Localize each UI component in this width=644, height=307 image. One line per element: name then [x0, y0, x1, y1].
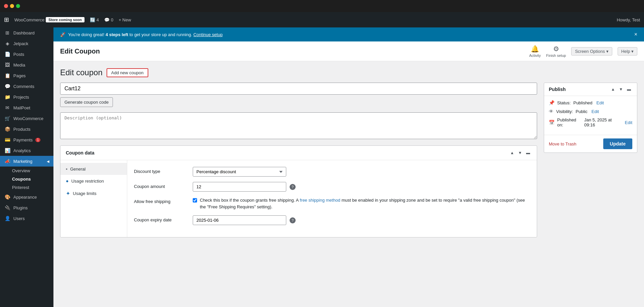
sidebar-sub-item-overview[interactable]: Overview [12, 167, 53, 175]
sidebar-item-woocommerce[interactable]: 🛒 WooCommerce [0, 113, 53, 124]
visibility-edit-link[interactable]: Edit [592, 109, 599, 114]
move-to-trash-link[interactable]: Move to Trash [549, 141, 576, 146]
metabox-body: ▪ General ● Usage restriction ✦ Usage li… [60, 160, 537, 237]
published-date: Jan 5, 2025 at 09:16 [584, 117, 621, 127]
sidebar-sub-item-pinterest[interactable]: Pinterest [12, 183, 53, 192]
activity-button[interactable]: 🔔 Activity [529, 45, 541, 58]
screen-options-button[interactable]: Screen Options ▾ [571, 47, 612, 56]
published-label: Published on: [557, 117, 582, 127]
mailpoet-icon: ✉ [4, 105, 11, 110]
sidebar-item-media[interactable]: 🖼 Media [0, 60, 53, 70]
sidebar-item-analytics[interactable]: 📊 Analytics [0, 145, 53, 156]
sidebar-item-label: Users [13, 216, 25, 221]
sidebar-item-products[interactable]: 📦 Products [0, 124, 53, 134]
header-actions: 🔔 Activity ⚙ Finish setup Screen Options… [529, 45, 637, 58]
coupon-amount-help-icon[interactable]: ? [290, 184, 296, 190]
sidebar-item-mailpoet[interactable]: ✉ MailPoet [0, 102, 53, 113]
banner-close-button[interactable]: × [634, 31, 637, 37]
sidebar-item-label: Jetpack [13, 41, 28, 46]
comments-icon: 💬 [4, 84, 11, 89]
calendar-icon: 📅 [549, 120, 554, 125]
admin-bar-user: Howdy, Test [617, 17, 640, 22]
coupon-amount-label: Coupon amount [134, 182, 187, 189]
admin-bar-updates[interactable]: 🔄 4 [90, 17, 99, 22]
page-header: Edit Coupon 🔔 Activity ⚙ Finish setup Sc… [53, 41, 644, 61]
wp-logo-icon[interactable]: ⊞ [4, 16, 9, 23]
sidebar-item-label: WooCommerce [13, 116, 43, 121]
visibility-icon: 👁 [549, 109, 553, 114]
finish-setup-icon: ⚙ [553, 45, 559, 53]
discount-type-label: Discount type [134, 167, 187, 174]
discount-type-field: Percentage discount Fixed cart discount … [193, 167, 530, 177]
expiry-date-help-icon[interactable]: ? [290, 217, 296, 223]
window-controls [4, 4, 20, 8]
products-icon: 📦 [4, 126, 11, 132]
admin-bar-site-name[interactable]: WooCommerce Store coming soon [14, 17, 85, 22]
sidebar-item-plugins[interactable]: 🔌 Plugins [0, 202, 53, 213]
sidebar-item-payments[interactable]: 💳 Payments 1 [0, 134, 53, 145]
publish-collapse-down-button[interactable]: ▼ [618, 86, 624, 92]
coupon-code-input[interactable] [60, 83, 537, 95]
sidebar-item-posts[interactable]: 📄 Posts [0, 49, 53, 60]
publish-status-row: 📌 Status: Published Edit [549, 100, 632, 105]
sidebar-item-label: Marketing [13, 159, 32, 164]
free-shipping-checkbox[interactable] [193, 198, 197, 203]
expiry-date-input[interactable] [193, 215, 286, 225]
banner-text: You're doing great! 4 steps left to get … [68, 32, 222, 37]
expiry-date-label: Coupon expiry date [134, 215, 187, 222]
help-button[interactable]: Help ▾ [618, 47, 637, 56]
coupon-description-textarea[interactable] [60, 112, 537, 139]
sidebar-item-users[interactable]: 👤 Users [0, 213, 53, 224]
coupon-tab-general[interactable]: ▪ General [60, 163, 127, 175]
banner-emoji: 🚀 [60, 32, 65, 37]
metabox-toggle-button[interactable]: ▬ [525, 150, 531, 156]
status-label: Status: [557, 100, 571, 105]
coupon-tab-usage-limits[interactable]: ✦ Usage limits [60, 187, 127, 200]
help-label: Help [621, 49, 630, 54]
sidebar-item-comments[interactable]: 💬 Comments [0, 81, 53, 92]
metabox-collapse-up-button[interactable]: ▲ [509, 150, 515, 156]
sidebar-item-projects[interactable]: 📁 Projects [0, 92, 53, 102]
add-new-coupon-button[interactable]: Add new coupon [107, 68, 148, 77]
coupon-data-tabs: ▪ General ● Usage restriction ✦ Usage li… [60, 160, 127, 237]
status-edit-link[interactable]: Edit [597, 100, 604, 105]
finish-setup-button[interactable]: ⚙ Finish setup [546, 45, 566, 58]
titlebar [0, 0, 644, 12]
metabox-collapse-down-button[interactable]: ▼ [517, 150, 523, 156]
coupon-amount-input[interactable] [193, 182, 286, 192]
sidebar-item-dashboard[interactable]: ⊞ Dashboard [0, 27, 53, 38]
plugins-icon: 🔌 [4, 205, 11, 210]
site-name-label: WooCommerce [14, 17, 44, 22]
coupon-form: Generate coupon code Coupon data ▲ ▼ ▬ [60, 83, 637, 237]
free-shipping-method-link[interactable]: free shipping method [300, 198, 340, 203]
update-button[interactable]: Update [603, 138, 632, 149]
expiry-date-field: ? [193, 215, 530, 225]
sidebar-item-jetpack[interactable]: ◈ Jetpack [0, 38, 53, 49]
general-tab-content: Discount type Percentage discount Fixed … [127, 160, 537, 237]
sidebar-item-label: Products [13, 127, 30, 132]
discount-type-select[interactable]: Percentage discount Fixed cart discount … [193, 167, 286, 177]
close-window-dot[interactable] [4, 4, 8, 8]
main-content: 🚀 You're doing great! 4 steps left to ge… [53, 27, 644, 307]
coupon-tab-usage-restriction[interactable]: ● Usage restriction [60, 175, 127, 187]
pages-icon: 📋 [4, 73, 11, 78]
published-edit-link[interactable]: Edit [625, 120, 632, 125]
minimize-window-dot[interactable] [10, 4, 14, 8]
sidebar-item-marketing[interactable]: 📣 Marketing ◀ [0, 156, 53, 167]
publish-header-controls: ▲ ▼ ▬ [610, 86, 632, 92]
coupon-amount-field: ? [193, 182, 530, 192]
sidebar-item-label: Appearance [13, 195, 37, 200]
publish-collapse-up-button[interactable]: ▲ [610, 86, 616, 92]
admin-bar-new[interactable]: + New [119, 17, 131, 22]
sidebar-sub-item-coupons[interactable]: Coupons [12, 175, 53, 183]
sidebar-item-appearance[interactable]: 🎨 Appearance [0, 192, 53, 202]
expiry-date-row: Coupon expiry date ? [134, 215, 530, 225]
publish-toggle-button[interactable]: ▬ [626, 86, 632, 92]
generate-coupon-code-button[interactable]: Generate coupon code [60, 97, 113, 107]
marketing-icon: 📣 [4, 159, 11, 164]
maximize-window-dot[interactable] [16, 4, 20, 8]
admin-bar-comments[interactable]: 💬 0 [104, 17, 113, 22]
sidebar-item-label: MailPoet [13, 105, 30, 110]
banner-continue-link[interactable]: Continue setup [193, 32, 222, 37]
sidebar-item-pages[interactable]: 📋 Pages [0, 70, 53, 81]
